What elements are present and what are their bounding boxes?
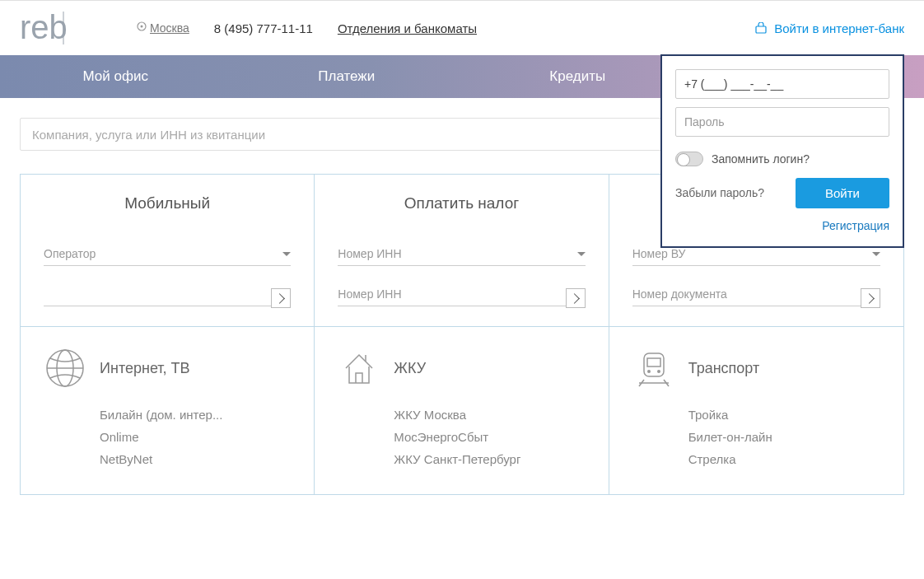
svg-rect-4 [756,26,766,33]
list-item[interactable]: Билет-он-лайн [688,430,880,444]
city-selector[interactable]: Москва [137,21,189,35]
svg-point-3 [141,26,143,28]
nav-credits[interactable]: Кредиты [462,55,693,98]
remember-row: Запомнить логин? [675,152,889,166]
login-link[interactable]: Войти в интернет-банк [754,21,904,35]
house-icon [338,347,380,390]
location-icon [137,21,147,35]
tile-tax: Оплатить налог Номер ИНН [315,175,609,326]
login-submit-button[interactable]: Войти [796,178,889,208]
list-item[interactable]: Тройка [688,408,880,422]
list-item[interactable]: Стрелка [688,452,880,466]
mobile-submit-button[interactable] [271,288,291,308]
login-link-label: Войти в интернет-банк [774,21,904,35]
login-popup: Запомнить логин? Забыли пароль? Войти Ре… [660,54,904,248]
forgot-password-link[interactable]: Забыли пароль? [675,185,764,200]
tile-internet: Интернет, ТВ Билайн (дом. интер... Onlim… [21,326,315,494]
operator-select[interactable]: Оператор [44,242,291,266]
chevron-down-icon [872,252,880,256]
list-item[interactable]: МосЭнергоСбыт [394,430,585,444]
fines-submit-button[interactable] [861,288,880,308]
chevron-down-icon [577,252,586,256]
login-password-input[interactable] [675,107,889,137]
train-icon [632,347,675,390]
register-link[interactable]: Регистрация [822,219,889,232]
login-phone-input[interactable] [675,69,889,99]
tile-zhku: ЖКУ ЖКУ Москва МосЭнергоСбыт ЖКУ Санкт-П… [315,326,609,494]
branches-link[interactable]: Отделения и банкоматы [338,21,477,35]
login-actions: Забыли пароль? Войти [675,178,889,208]
doc-input[interactable] [632,282,880,306]
tile-internet-title: Интернет, ТВ [100,360,190,377]
operator-select-label: Оператор [44,247,96,260]
logo[interactable]: reb [20,7,119,49]
list-item[interactable]: Onlime [100,430,291,444]
tile-mobile-title: Мобильный [44,194,291,212]
inn-select[interactable]: Номер ИНН [338,242,585,266]
svg-rect-10 [647,358,660,367]
tile-transport-title: Транспорт [688,360,760,377]
tile-transport: Транспорт Тройка Билет-он-лайн Стрелка [609,326,903,494]
city-label: Москва [150,21,189,35]
mobile-number-input[interactable] [44,282,291,306]
list-item[interactable]: ЖКУ Москва [394,408,585,422]
list-item[interactable]: Билайн (дом. интер... [100,408,291,422]
list-item[interactable]: NetByNet [100,452,291,466]
inn-input[interactable] [338,282,585,306]
topbar: reb Москва 8 (495) 777-11-11 Отделения и… [0,0,924,55]
tile-zhku-title: ЖКУ [394,360,426,377]
tax-submit-button[interactable] [566,288,586,308]
lock-icon [754,22,768,34]
remember-toggle[interactable] [675,152,703,166]
vu-select-label: Номер ВУ [632,247,686,260]
list-item[interactable]: ЖКУ Санкт-Петербург [394,452,585,466]
phone-number: 8 (495) 777-11-11 [214,21,313,35]
inn-select-label: Номер ИНН [338,247,401,260]
svg-point-11 [647,370,651,373]
chevron-down-icon [282,252,291,256]
remember-label: Запомнить логин? [712,152,810,166]
tile-mobile: Мобильный Оператор [21,175,315,326]
svg-point-12 [657,370,660,373]
globe-icon [44,347,86,390]
nav-payments[interactable]: Платежи [231,55,463,98]
tile-tax-title: Оплатить налог [338,194,585,212]
svg-text:reb: reb [20,9,68,45]
nav-office[interactable]: Мой офис [0,55,231,98]
logo-icon: reb [20,7,119,49]
